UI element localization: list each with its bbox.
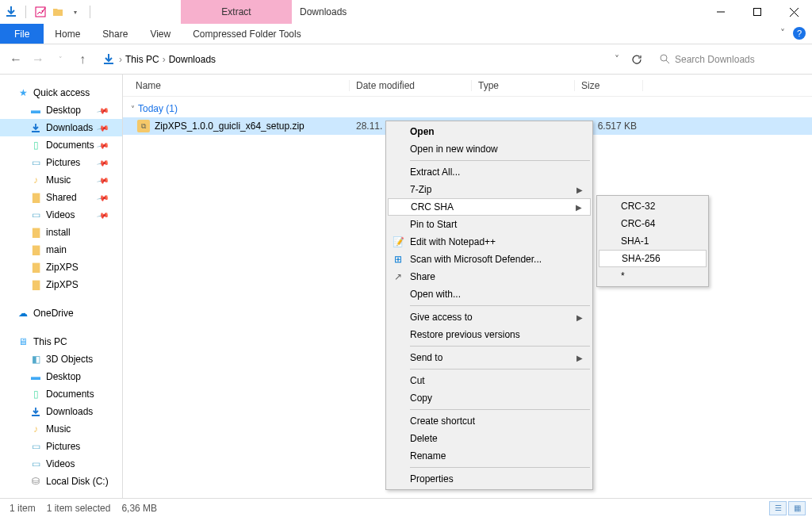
help-button[interactable]: ? (793, 27, 806, 40)
menu-pin-start[interactable]: Pin to Start (388, 216, 591, 233)
menu-share[interactable]: ↗Share (388, 268, 591, 285)
sidebar-install[interactable]: ▇install (0, 224, 122, 241)
crc-sha-submenu: CRC-32 CRC-64 SHA-1 SHA-256 * (596, 195, 709, 287)
sidebar-desktop[interactable]: ▬Desktop📌 (0, 101, 122, 119)
sidebar-videos2[interactable]: ▭Videos (0, 455, 122, 473)
tab-home[interactable]: Home (44, 24, 91, 44)
folder-icon: ▇ (30, 227, 41, 238)
refresh-button[interactable] (631, 54, 647, 65)
column-name[interactable]: Name (129, 80, 350, 91)
desktop-icon: ▬ (30, 105, 41, 116)
sidebar-this-pc[interactable]: 🖥This PC (0, 333, 122, 350)
chevron-right-icon[interactable]: › (163, 54, 166, 65)
sidebar-videos[interactable]: ▭Videos📌 (0, 206, 122, 224)
sidebar-desktop2[interactable]: ▬Desktop (0, 368, 122, 385)
menu-properties[interactable]: Properties (388, 470, 591, 488)
downloads-icon (30, 122, 41, 133)
qat-dropdown-icon[interactable]: ▾ (69, 6, 82, 18)
breadcrumb-downloads[interactable]: Downloads (169, 54, 216, 65)
breadcrumb-this-pc[interactable]: This PC (125, 54, 159, 65)
menu-open[interactable]: Open (388, 123, 591, 140)
sidebar-label: OneDrive (33, 308, 74, 319)
sidebar-music[interactable]: ♪Music📌 (0, 171, 122, 189)
tab-share[interactable]: Share (91, 24, 139, 44)
menu-edit-notepadpp[interactable]: 📝Edit with Notepad++ (388, 233, 591, 251)
menu-rename[interactable]: Rename (388, 447, 591, 465)
menu-7zip[interactable]: 7-Zip▶ (388, 181, 591, 198)
back-button[interactable]: ← (8, 52, 24, 67)
sidebar-zipxps[interactable]: ▇ZipXPS (0, 258, 122, 276)
chevron-right-icon[interactable]: › (119, 54, 122, 65)
window-title: Downloads (292, 0, 347, 24)
submenu-crc64[interactable]: CRC-64 (599, 215, 707, 232)
sidebar-shared[interactable]: ▇Shared📌 (0, 189, 122, 206)
sidebar-documents2[interactable]: ▯Documents (0, 385, 122, 403)
sidebar-quick-access[interactable]: ★Quick access (0, 84, 122, 101)
menu-separator (410, 160, 590, 161)
contextual-tab-extract[interactable]: Extract (181, 0, 292, 24)
tab-compressed-tools[interactable]: Compressed Folder Tools (182, 24, 312, 44)
menu-send-to[interactable]: Send to▶ (388, 349, 591, 366)
details-view-button[interactable]: ☰ (769, 501, 787, 515)
tab-view[interactable]: View (139, 24, 182, 44)
properties-icon[interactable]: ✓ (34, 6, 47, 18)
tab-file[interactable]: File (0, 24, 44, 44)
menu-open-new-window[interactable]: Open in new window (388, 140, 591, 158)
sidebar-downloads[interactable]: Downloads📌 (0, 119, 122, 136)
sidebar-label: Videos (46, 209, 75, 220)
folder-icon: ▇ (30, 262, 41, 273)
sidebar-3d-objects[interactable]: ◧3D Objects (0, 350, 122, 368)
icons-view-button[interactable]: ▦ (788, 501, 806, 515)
menu-crc-sha[interactable]: CRC SHA▶ (388, 198, 591, 216)
separator (90, 6, 90, 18)
sidebar-zipxps[interactable]: ▇ZipXPS (0, 276, 122, 293)
menu-separator (410, 305, 590, 306)
menu-give-access[interactable]: Give access to▶ (388, 308, 591, 326)
column-size[interactable]: Size (575, 80, 643, 91)
menu-cut[interactable]: Cut (388, 372, 591, 389)
pin-icon: 📌 (97, 139, 109, 151)
svg-line-6 (666, 60, 669, 63)
submenu-crc32[interactable]: CRC-32 (599, 197, 707, 215)
sidebar-label: Documents (46, 389, 94, 400)
forward-button[interactable]: → (30, 52, 46, 67)
ribbon-expand-icon[interactable]: ˅ (780, 28, 785, 39)
sidebar-music2[interactable]: ♪Music (0, 420, 122, 438)
pin-icon: 📌 (97, 209, 109, 221)
svg-rect-2 (754, 9, 761, 16)
close-button[interactable] (776, 0, 812, 24)
sidebar-local-disk[interactable]: ⛁Local Disk (C:) (0, 473, 122, 490)
minimize-button[interactable] (703, 0, 739, 24)
search-input[interactable]: Search Downloads (653, 49, 804, 70)
sidebar-onedrive[interactable]: ☁OneDrive (0, 304, 122, 322)
menu-open-with[interactable]: Open with... (388, 285, 591, 303)
menu-create-shortcut[interactable]: Create shortcut (388, 412, 591, 430)
group-today[interactable]: ˅ Today (1) (123, 97, 812, 117)
sidebar-label: main (46, 244, 67, 255)
submenu-sha1[interactable]: SHA-1 (599, 232, 707, 250)
address-dropdown-icon[interactable]: ˅ (609, 54, 625, 65)
menu-scan-defender[interactable]: ⊞Scan with Microsoft Defender... (388, 251, 591, 268)
menu-copy[interactable]: Copy (388, 389, 591, 407)
submenu-sha256[interactable]: SHA-256 (599, 250, 707, 267)
column-type[interactable]: Type (472, 80, 575, 91)
up-button[interactable]: ↑ (75, 52, 90, 67)
column-date[interactable]: ˅Date modified (350, 80, 472, 91)
sidebar-downloads2[interactable]: Downloads (0, 403, 122, 420)
breadcrumb[interactable]: › This PC › Downloads (97, 49, 603, 70)
menu-extract-all[interactable]: Extract All... (388, 163, 591, 181)
sidebar: ★Quick access ▬Desktop📌 Downloads📌 ▯Docu… (0, 75, 123, 498)
sidebar-pictures2[interactable]: ▭Pictures (0, 438, 122, 455)
sidebar-main[interactable]: ▇main (0, 241, 122, 258)
maximize-button[interactable] (739, 0, 776, 24)
sidebar-pictures[interactable]: ▭Pictures📌 (0, 154, 122, 171)
recent-dropdown-icon[interactable]: ˅ (52, 56, 68, 63)
submenu-star[interactable]: * (599, 267, 707, 285)
sidebar-documents[interactable]: ▯Documents📌 (0, 136, 122, 154)
documents-icon: ▯ (30, 389, 41, 400)
new-folder-icon[interactable] (52, 6, 64, 18)
star-icon: ★ (17, 87, 29, 98)
menu-restore-previous[interactable]: Restore previous versions (388, 326, 591, 343)
menu-separator (410, 409, 590, 410)
menu-delete[interactable]: Delete (388, 430, 591, 447)
